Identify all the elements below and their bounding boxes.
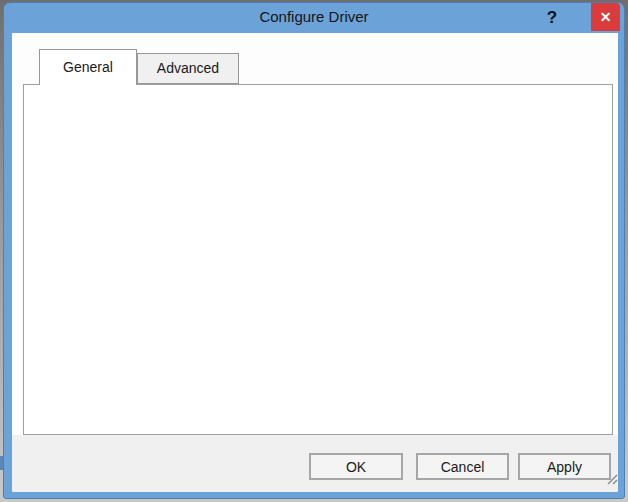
dialog-content: General Advanced Name: Discovery Method:… (12, 33, 618, 492)
tab-general[interactable]: General (39, 49, 137, 85)
tab-advanced[interactable]: Advanced (137, 53, 239, 84)
general-tab-panel (23, 84, 613, 435)
apply-button[interactable]: Apply (518, 453, 611, 480)
close-icon[interactable]: ✕ (591, 3, 620, 31)
dialog-title: Configure Driver (4, 8, 624, 25)
resize-grip[interactable] (604, 471, 618, 485)
ok-button[interactable]: OK (309, 453, 403, 480)
help-icon[interactable]: ? (542, 6, 562, 30)
cancel-button[interactable]: Cancel (416, 453, 509, 480)
titlebar[interactable]: Configure Driver ? ✕ (4, 3, 624, 33)
configure-driver-dialog: Configure Driver ? ✕ General Advanced Na… (3, 2, 625, 499)
